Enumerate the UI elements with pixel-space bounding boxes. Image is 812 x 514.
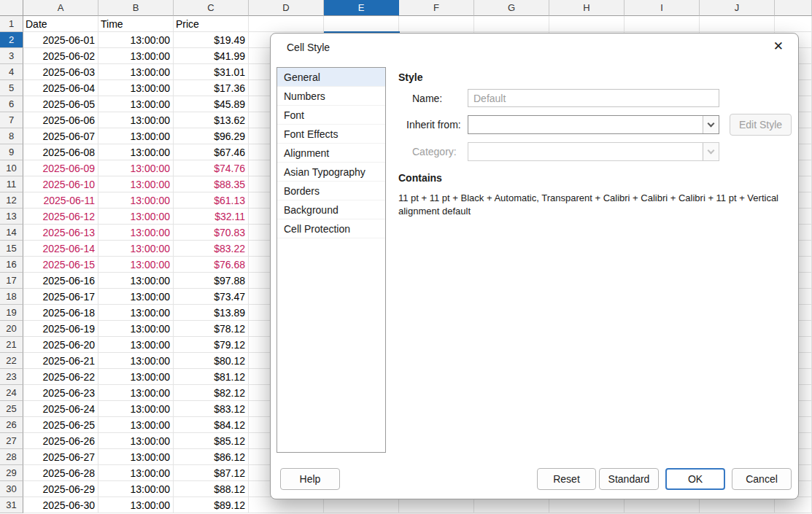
standard-button[interactable]: Standard <box>599 468 659 490</box>
row-header-17[interactable]: 17 <box>0 273 23 289</box>
cell-C4[interactable]: $31.01 <box>174 64 249 80</box>
cell-A7[interactable]: 2025-06-06 <box>23 112 98 128</box>
row-header-12[interactable]: 12 <box>0 192 23 209</box>
cell-G1[interactable] <box>474 16 549 32</box>
cell-A10[interactable]: 2025-06-09 <box>23 160 98 176</box>
cell-A30[interactable]: 2025-06-29 <box>23 481 98 497</box>
cell-B30[interactable]: 13:00:00 <box>98 481 174 497</box>
cell-A1[interactable]: Date <box>23 16 98 32</box>
column-header-C[interactable]: C <box>174 0 249 16</box>
cell-C30[interactable]: $88.12 <box>174 481 249 497</box>
cell-D1[interactable] <box>249 16 324 32</box>
cell-C24[interactable]: $82.12 <box>174 385 249 401</box>
cell-B4[interactable]: 13:00:00 <box>98 64 174 80</box>
cell-A15[interactable]: 2025-06-14 <box>23 241 98 257</box>
cell-B21[interactable]: 13:00:00 <box>98 337 174 353</box>
cell-E31[interactable] <box>324 497 399 513</box>
cell-C28[interactable]: $86.12 <box>174 449 249 465</box>
cell-C1[interactable]: Price <box>174 16 249 32</box>
cell-B1[interactable]: Time <box>98 16 174 32</box>
cell-B29[interactable]: 13:00:00 <box>98 465 174 481</box>
cell-A13[interactable]: 2025-06-12 <box>23 209 98 225</box>
cell-G31[interactable] <box>474 497 549 513</box>
chevron-down-icon[interactable] <box>703 116 719 133</box>
column-header-A[interactable]: A <box>23 0 98 16</box>
cell-partial-31[interactable] <box>775 497 812 513</box>
row-header-29[interactable]: 29 <box>0 465 23 481</box>
category-item-general[interactable]: General <box>277 68 385 87</box>
cell-C8[interactable]: $96.29 <box>174 128 249 144</box>
row-header-5[interactable]: 5 <box>0 80 23 96</box>
row-header-30[interactable]: 30 <box>0 481 23 497</box>
cell-B15[interactable]: 13:00:00 <box>98 241 174 257</box>
row-header-2[interactable]: 2 <box>0 32 23 48</box>
column-header-H[interactable]: H <box>549 0 625 16</box>
cell-B12[interactable]: 13:00:00 <box>98 192 174 209</box>
row-header-21[interactable]: 21 <box>0 337 23 353</box>
cell-A3[interactable]: 2025-06-02 <box>23 48 98 64</box>
cell-A28[interactable]: 2025-06-27 <box>23 449 98 465</box>
cell-B8[interactable]: 13:00:00 <box>98 128 174 144</box>
ok-button[interactable]: OK <box>665 468 725 490</box>
cell-A19[interactable]: 2025-06-18 <box>23 305 98 321</box>
row-header-25[interactable]: 25 <box>0 401 23 417</box>
column-header-E[interactable]: E <box>324 0 399 16</box>
row-header-13[interactable]: 13 <box>0 209 23 225</box>
cell-C18[interactable]: $73.47 <box>174 289 249 305</box>
cell-C19[interactable]: $13.89 <box>174 305 249 321</box>
category-item-font-effects[interactable]: Font Effects <box>277 125 385 144</box>
cell-A24[interactable]: 2025-06-23 <box>23 385 98 401</box>
cell-A18[interactable]: 2025-06-17 <box>23 289 98 305</box>
cell-I31[interactable] <box>625 497 700 513</box>
cell-C11[interactable]: $88.35 <box>174 176 249 192</box>
cell-B22[interactable]: 13:00:00 <box>98 353 174 369</box>
cell-A25[interactable]: 2025-06-24 <box>23 401 98 417</box>
cell-A20[interactable]: 2025-06-19 <box>23 321 98 337</box>
inherit-from-select[interactable] <box>468 115 719 134</box>
column-header-I[interactable]: I <box>625 0 700 16</box>
cell-A12[interactable]: 2025-06-11 <box>23 192 98 209</box>
cell-A8[interactable]: 2025-06-07 <box>23 128 98 144</box>
row-header-16[interactable]: 16 <box>0 257 23 273</box>
row-header-3[interactable]: 3 <box>0 48 23 64</box>
cell-B18[interactable]: 13:00:00 <box>98 289 174 305</box>
column-header-G[interactable]: G <box>474 0 549 16</box>
category-item-cell-protection[interactable]: Cell Protection <box>277 219 385 238</box>
close-icon[interactable]: ✕ <box>773 39 784 54</box>
cell-B10[interactable]: 13:00:00 <box>98 160 174 176</box>
category-item-asian-typography[interactable]: Asian Typography <box>277 163 385 182</box>
cell-F31[interactable] <box>399 497 474 513</box>
row-header-4[interactable]: 4 <box>0 64 23 80</box>
row-header-20[interactable]: 20 <box>0 321 23 337</box>
category-item-alignment[interactable]: Alignment <box>277 144 385 163</box>
row-header-28[interactable]: 28 <box>0 449 23 465</box>
cell-A16[interactable]: 2025-06-15 <box>23 257 98 273</box>
cell-A31[interactable]: 2025-06-30 <box>23 497 98 513</box>
cell-C26[interactable]: $84.12 <box>174 417 249 433</box>
column-header-partial[interactable] <box>775 0 812 16</box>
reset-button[interactable]: Reset <box>537 468 596 490</box>
cell-B5[interactable]: 13:00:00 <box>98 80 174 96</box>
cell-C21[interactable]: $79.12 <box>174 337 249 353</box>
row-header-18[interactable]: 18 <box>0 289 23 305</box>
row-header-23[interactable]: 23 <box>0 369 23 385</box>
cell-B3[interactable]: 13:00:00 <box>98 48 174 64</box>
row-header-6[interactable]: 6 <box>0 96 23 112</box>
cell-C22[interactable]: $80.12 <box>174 353 249 369</box>
help-button[interactable]: Help <box>280 468 340 490</box>
row-header-7[interactable]: 7 <box>0 112 23 128</box>
cancel-button[interactable]: Cancel <box>732 468 792 490</box>
cell-H31[interactable] <box>549 497 625 513</box>
cell-B31[interactable]: 13:00:00 <box>98 497 174 513</box>
row-header-8[interactable]: 8 <box>0 128 23 144</box>
row-header-24[interactable]: 24 <box>0 385 23 401</box>
cell-F1[interactable] <box>399 16 474 32</box>
cell-B14[interactable]: 13:00:00 <box>98 225 174 241</box>
column-header-D[interactable]: D <box>249 0 324 16</box>
row-header-14[interactable]: 14 <box>0 225 23 241</box>
cell-B25[interactable]: 13:00:00 <box>98 401 174 417</box>
cell-B19[interactable]: 13:00:00 <box>98 305 174 321</box>
row-header-26[interactable]: 26 <box>0 417 23 433</box>
category-item-font[interactable]: Font <box>277 106 385 125</box>
column-header-J[interactable]: J <box>700 0 775 16</box>
